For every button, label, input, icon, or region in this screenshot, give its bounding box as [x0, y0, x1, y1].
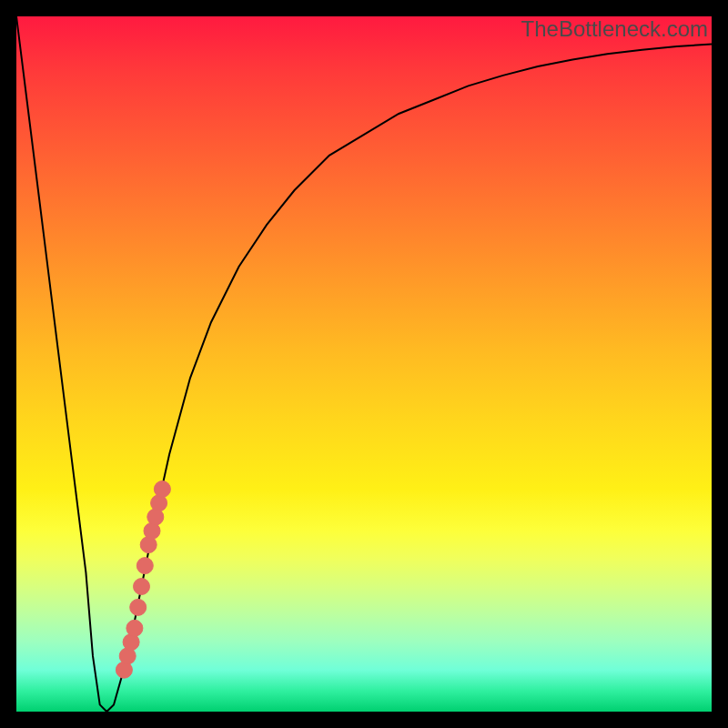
data-point — [154, 481, 170, 498]
chart-frame: TheBottleneck.com — [0, 0, 728, 728]
chart-svg — [16, 16, 712, 712]
data-point — [136, 558, 153, 574]
data-point — [130, 599, 147, 615]
data-point — [126, 620, 143, 636]
data-point — [134, 579, 150, 595]
bottleneck-curve — [16, 16, 712, 712]
highlighted-points — [116, 481, 170, 679]
plot-area: TheBottleneck.com — [16, 16, 712, 712]
